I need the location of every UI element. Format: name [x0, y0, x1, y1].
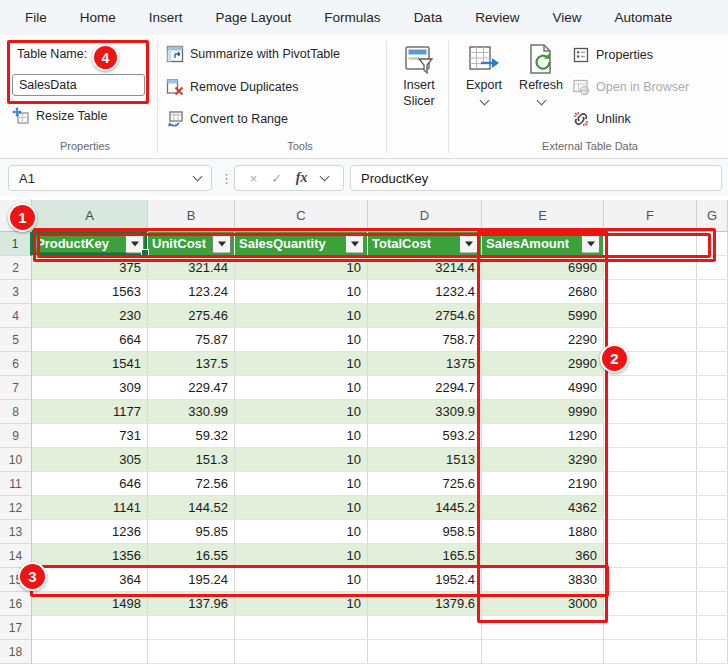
- column-header-B[interactable]: B: [148, 200, 235, 232]
- cell-D3[interactable]: 1232.4: [368, 280, 482, 304]
- column-header-F[interactable]: F: [604, 200, 697, 232]
- row-header-6[interactable]: 6: [0, 352, 32, 376]
- row-header-12[interactable]: 12: [0, 496, 32, 520]
- remove-duplicates-button[interactable]: Remove Duplicates: [166, 78, 298, 96]
- insert-function-icon[interactable]: fx: [296, 170, 308, 186]
- cell-F18[interactable]: [604, 640, 697, 664]
- row-header-4[interactable]: 4: [0, 304, 32, 328]
- cell-E11[interactable]: 2190: [482, 472, 604, 496]
- cell-F10[interactable]: [604, 448, 697, 472]
- filter-dropdown-button[interactable]: [459, 234, 478, 253]
- row-header-16[interactable]: 16: [0, 592, 32, 616]
- cell-B17[interactable]: [148, 616, 235, 640]
- cell-C5[interactable]: 10: [235, 328, 368, 352]
- row-header-5[interactable]: 5: [0, 328, 32, 352]
- tab-page-layout[interactable]: Page Layout: [216, 10, 292, 25]
- cell-E4[interactable]: 5990: [482, 304, 604, 328]
- cell-F12[interactable]: [604, 496, 697, 520]
- cell-A18[interactable]: [32, 640, 148, 664]
- cell-F15[interactable]: [604, 568, 697, 592]
- row-header-15[interactable]: 15: [0, 568, 32, 592]
- cell-A7[interactable]: 309: [32, 376, 148, 400]
- cell-G13[interactable]: [697, 520, 728, 544]
- row-header-1[interactable]: 1: [0, 232, 32, 256]
- properties-button[interactable]: Properties: [572, 46, 653, 64]
- cell-E14[interactable]: 360: [482, 544, 604, 568]
- row-header-3[interactable]: 3: [0, 280, 32, 304]
- tab-home[interactable]: Home: [80, 10, 116, 25]
- cell-B15[interactable]: 195.24: [148, 568, 235, 592]
- tab-review[interactable]: Review: [475, 10, 519, 25]
- cell-F17[interactable]: [604, 616, 697, 640]
- cell-A17[interactable]: [32, 616, 148, 640]
- cell-G14[interactable]: [697, 544, 728, 568]
- row-header-13[interactable]: 13: [0, 520, 32, 544]
- filter-dropdown-button[interactable]: [212, 234, 231, 253]
- filter-dropdown-button[interactable]: [581, 234, 600, 253]
- cell-G18[interactable]: [697, 640, 728, 664]
- cell-F8[interactable]: [604, 400, 697, 424]
- cell-F16[interactable]: [604, 592, 697, 616]
- cell-A14[interactable]: 1356: [32, 544, 148, 568]
- cell-D9[interactable]: 593.2: [368, 424, 482, 448]
- cell-B4[interactable]: 275.46: [148, 304, 235, 328]
- row-header-18[interactable]: 18: [0, 640, 32, 664]
- unlink-button[interactable]: Unlink: [572, 110, 631, 128]
- cell-D5[interactable]: 758.7: [368, 328, 482, 352]
- cell-B18[interactable]: [148, 640, 235, 664]
- cell-E9[interactable]: 1290: [482, 424, 604, 448]
- row-header-10[interactable]: 10: [0, 448, 32, 472]
- cell-G3[interactable]: [697, 280, 728, 304]
- cell-E7[interactable]: 4990: [482, 376, 604, 400]
- row-header-17[interactable]: 17: [0, 616, 32, 640]
- cell-B13[interactable]: 95.85: [148, 520, 235, 544]
- row-header-11[interactable]: 11: [0, 472, 32, 496]
- filter-dropdown-button[interactable]: [345, 234, 364, 253]
- cell-D18[interactable]: [368, 640, 482, 664]
- cell-D16[interactable]: 1379.6: [368, 592, 482, 616]
- cell-C16[interactable]: 10: [235, 592, 368, 616]
- table-header-ProductKey[interactable]: ProductKey: [32, 232, 148, 256]
- export-button[interactable]: Export: [458, 42, 510, 104]
- cell-G1[interactable]: [697, 232, 728, 256]
- filter-dropdown-button[interactable]: [125, 234, 144, 253]
- cell-B14[interactable]: 16.55: [148, 544, 235, 568]
- cell-F3[interactable]: [604, 280, 697, 304]
- cell-C11[interactable]: 10: [235, 472, 368, 496]
- tab-view[interactable]: View: [552, 10, 581, 25]
- select-all-corner[interactable]: [0, 200, 32, 232]
- cell-E10[interactable]: 3290: [482, 448, 604, 472]
- cell-G4[interactable]: [697, 304, 728, 328]
- name-box-chevron[interactable]: [193, 172, 203, 182]
- cell-E13[interactable]: 1880: [482, 520, 604, 544]
- cell-D10[interactable]: 1513: [368, 448, 482, 472]
- cell-C2[interactable]: 10: [235, 256, 368, 280]
- cell-D8[interactable]: 3309.9: [368, 400, 482, 424]
- cell-G12[interactable]: [697, 496, 728, 520]
- cell-G7[interactable]: [697, 376, 728, 400]
- row-header-7[interactable]: 7: [0, 376, 32, 400]
- cell-A16[interactable]: 1498: [32, 592, 148, 616]
- cell-A4[interactable]: 230: [32, 304, 148, 328]
- cancel-icon[interactable]: ×: [250, 171, 258, 186]
- table-header-TotalCost[interactable]: TotalCost: [368, 232, 482, 256]
- cell-E5[interactable]: 2290: [482, 328, 604, 352]
- row-header-2[interactable]: 2: [0, 256, 32, 280]
- cell-B8[interactable]: 330.99: [148, 400, 235, 424]
- cell-G9[interactable]: [697, 424, 728, 448]
- tab-data[interactable]: Data: [414, 10, 443, 25]
- column-header-G[interactable]: G: [697, 200, 728, 232]
- cell-F14[interactable]: [604, 544, 697, 568]
- cell-B16[interactable]: 137.96: [148, 592, 235, 616]
- cell-B9[interactable]: 59.32: [148, 424, 235, 448]
- cell-E8[interactable]: 9990: [482, 400, 604, 424]
- tab-formulas[interactable]: Formulas: [324, 10, 380, 25]
- cell-A9[interactable]: 731: [32, 424, 148, 448]
- cell-A6[interactable]: 1541: [32, 352, 148, 376]
- cell-F4[interactable]: [604, 304, 697, 328]
- cell-E12[interactable]: 4362: [482, 496, 604, 520]
- cell-G15[interactable]: [697, 568, 728, 592]
- cell-F2[interactable]: [604, 256, 697, 280]
- column-header-A[interactable]: A: [32, 200, 148, 232]
- cell-F13[interactable]: [604, 520, 697, 544]
